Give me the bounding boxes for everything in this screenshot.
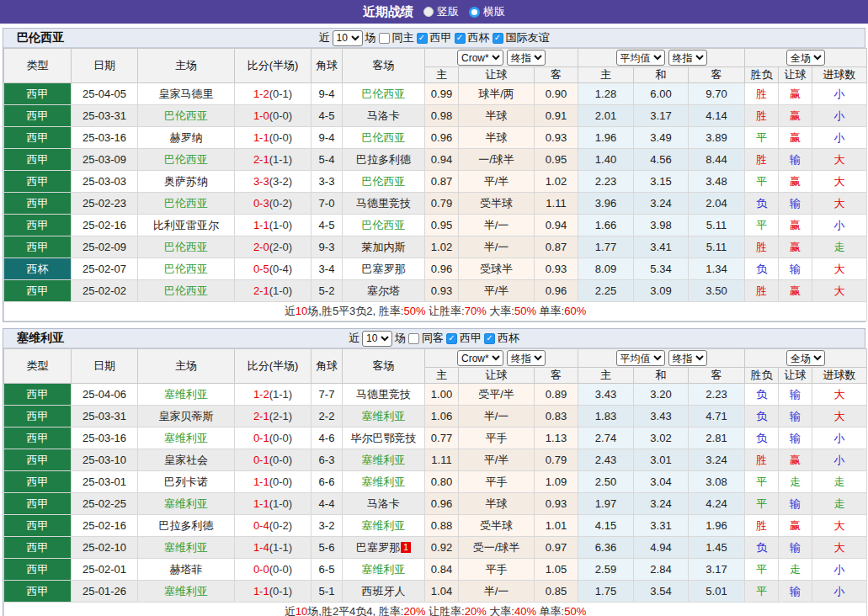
result-goals: 小 [834, 454, 845, 466]
match-type: 西甲 [4, 236, 72, 258]
filter-suffix-label: 场 [395, 331, 406, 346]
match-date: 25-03-01 [72, 471, 138, 493]
average-odds-select[interactable]: 平均值 [616, 350, 665, 366]
crown-home-odds: 0.80 [425, 471, 459, 493]
match-type: 西甲 [4, 559, 72, 581]
filter-checkbox-1[interactable]: ✓ [417, 33, 428, 44]
avg-draw-odds: 3.43 [634, 406, 689, 427]
result-handicap: 赢 [790, 175, 801, 188]
crown-handicap: 受平/半 [459, 384, 535, 406]
match-type: 西甲 [4, 280, 72, 302]
match-date: 25-02-16 [72, 515, 138, 537]
match-count-select[interactable]: 10 [362, 331, 392, 347]
filter-prefix-label: 近 [349, 331, 359, 346]
score-cell: 1-1(0-0) [235, 127, 312, 149]
filter-checkbox-2[interactable]: ✓ [455, 33, 466, 44]
fullmatch-select[interactable]: 全场 [786, 350, 825, 366]
horizontal-radio-label[interactable]: 横版 [483, 4, 505, 19]
fulltime-score: 0-5 [253, 263, 269, 275]
result-outcome-cell: 胜 [745, 236, 779, 258]
filter-checkbox-0[interactable] [408, 333, 419, 344]
average-odds-select[interactable]: 平均值 [616, 50, 665, 66]
away-team: 西班牙人 [362, 585, 406, 597]
away-team-cell: 塞尔塔 [343, 280, 425, 302]
match-type: 西甲 [4, 127, 72, 149]
away-team: 马洛卡 [367, 109, 400, 122]
results-table: 类型日期主场比分(半场)角球客场Crow*终指平均值终指全场主让球客主和客胜负让… [3, 348, 867, 616]
home-team: 塞维利亚 [164, 585, 208, 597]
avg-home-odds: 2.23 [578, 171, 634, 193]
crown-handicap: 平/半 [459, 449, 535, 471]
halftime-score: (3-2) [269, 175, 292, 188]
crown-handicap: 平手 [459, 559, 535, 581]
result-goals: 小 [834, 88, 845, 100]
halftime-score: (0-0) [269, 475, 292, 488]
home-team-cell: 塞维利亚 [138, 493, 235, 515]
filter-checkbox-label-3[interactable]: 国际友谊 [506, 30, 550, 45]
filter-checkbox-label-0[interactable]: 同主 [392, 30, 414, 45]
select-group-2: 全场 [745, 349, 867, 368]
crown-home-odds: 1.06 [425, 406, 459, 427]
home-team: 巴伦西亚 [164, 263, 208, 275]
vertical-radio-label[interactable]: 竖版 [437, 4, 459, 19]
avg-draw-odds: 3.24 [634, 493, 689, 515]
home-team-cell: 奥萨苏纳 [138, 171, 235, 193]
match-type: 西甲 [4, 406, 72, 427]
fullmatch-select[interactable]: 全场 [786, 50, 825, 66]
filter-checkbox-3[interactable]: ✓ [493, 33, 503, 44]
filter-checkbox-label-0[interactable]: 同客 [422, 331, 444, 346]
result-outcome-cell: 负 [745, 384, 779, 406]
final-odds-select-2[interactable]: 终指 [668, 50, 707, 66]
halftime-score: (0-0) [269, 563, 292, 576]
match-date: 25-02-01 [72, 559, 138, 581]
final-odds-select-2[interactable]: 终指 [668, 350, 707, 366]
crown-home-odds: 0.77 [425, 427, 459, 449]
result-outcome: 平 [756, 219, 767, 231]
match-row: 西甲25-02-23巴伦西亚0-3(0-2)7-0马德里竞技0.79受半球1.1… [4, 193, 867, 215]
final-odds-select[interactable]: 终指 [507, 50, 546, 66]
score-cell: 0-4(0-2) [235, 515, 312, 537]
away-team: 塞维利亚 [362, 475, 406, 488]
avg-home-odds: 4.15 [578, 515, 634, 537]
filter-checkbox-label-2[interactable]: 西杯 [498, 331, 519, 346]
corner-score: 5-1 [312, 581, 343, 603]
layout-option-vertical[interactable]: 竖版 [423, 4, 459, 19]
filter-checkbox-2[interactable]: ✓ [484, 333, 495, 344]
filter-checkbox-1[interactable]: ✓ [446, 333, 457, 344]
result-handicap: 输 [790, 541, 801, 554]
avg-home-odds: 2.59 [578, 559, 634, 581]
filter-prefix-label: 近 [319, 30, 330, 45]
home-team: 塞维利亚 [164, 388, 208, 401]
result-outcome: 负 [756, 410, 767, 422]
filter-checkbox-label-1[interactable]: 西甲 [460, 331, 482, 346]
halftime-score: (1-0) [269, 497, 292, 510]
corner-score: 9-4 [312, 83, 343, 105]
summary-stat-value: 20% [465, 605, 487, 616]
layout-option-horizontal[interactable]: 横版 [469, 4, 505, 19]
avg-away-odds: 5.11 [689, 236, 745, 258]
crown-handicap: 半球 [459, 127, 535, 149]
horizontal-radio-icon[interactable] [469, 7, 480, 18]
crown-odds-select[interactable]: Crow* [457, 50, 503, 66]
away-team-cell: 马洛卡 [343, 105, 425, 127]
filter-checkbox-label-1[interactable]: 西甲 [430, 30, 452, 45]
result-outcome-cell: 平 [745, 171, 779, 193]
filter-checkbox-0[interactable] [379, 33, 390, 44]
match-count-select[interactable]: 10 [333, 30, 363, 46]
crown-odds-select[interactable]: Crow* [457, 350, 503, 366]
result-handicap-cell: 赢 [779, 280, 812, 302]
team-results-block-valencia: 巴伦西亚 近10场同主✓西甲✓西杯✓国际友谊 类型日期主场比分(半场)角球客场C… [3, 28, 865, 322]
result-handicap: 输 [790, 432, 801, 444]
avg-draw-odds: 3.17 [634, 105, 689, 127]
vertical-radio-icon[interactable] [423, 7, 434, 17]
result-outcome: 胜 [756, 284, 767, 297]
match-row: 西甲25-02-16巴拉多利德0-4(0-2)3-2塞维利亚0.88受半球1.0… [4, 515, 867, 537]
result-outcome-cell: 负 [745, 427, 779, 449]
result-handicap-cell: 赢 [779, 171, 812, 193]
sub-column-header-7: 让球 [779, 368, 812, 384]
final-odds-select[interactable]: 终指 [507, 350, 546, 366]
match-date: 25-02-16 [72, 215, 138, 236]
crown-away-odds: 0.93 [535, 127, 578, 149]
result-handicap: 赢 [790, 88, 801, 100]
filter-checkbox-label-2[interactable]: 西杯 [468, 30, 490, 45]
